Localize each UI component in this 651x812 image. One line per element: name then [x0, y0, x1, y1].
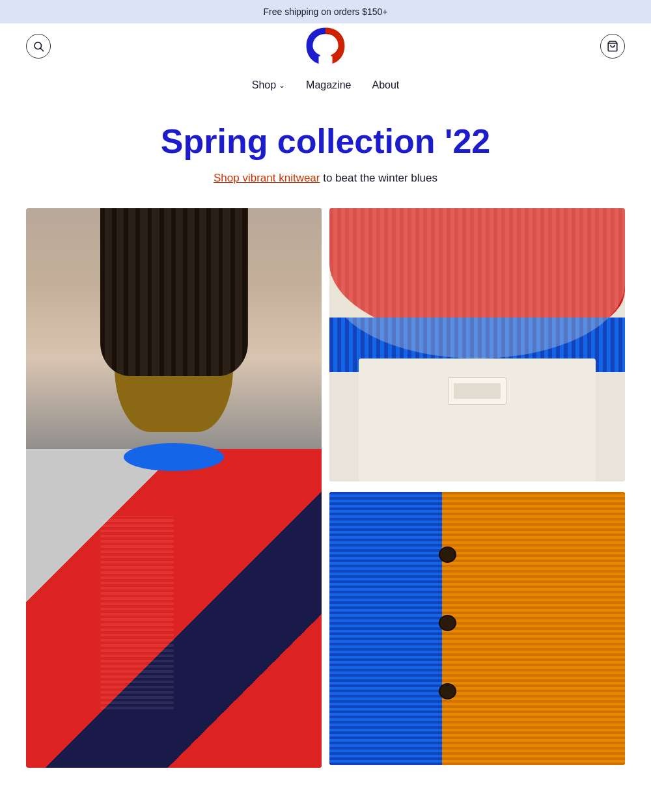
nav-item-magazine[interactable]: Magazine [297, 74, 360, 96]
logo-area[interactable] [303, 22, 348, 70]
collar-detail-image [329, 208, 625, 481]
nav-item-shop[interactable]: Shop ⌄ [243, 74, 294, 96]
hero-section: Spring collection '22 Shop vibrant knitw… [0, 107, 651, 195]
header [0, 23, 651, 69]
search-button[interactable] [26, 34, 51, 59]
svg-rect-2 [319, 57, 333, 65]
cart-button[interactable] [600, 34, 625, 59]
search-icon [33, 40, 44, 52]
main-product-image [26, 208, 322, 768]
cardigan-detail-image [329, 492, 625, 765]
hero-subtitle-text: to beat the winter blues [320, 172, 437, 184]
nav-magazine-label: Magazine [306, 79, 351, 91]
collar-image [329, 208, 625, 481]
nav-about-label: About [372, 79, 399, 91]
header-left [26, 34, 51, 59]
nav-item-about[interactable]: About [363, 74, 408, 96]
main-nav: Shop ⌄ Magazine About [0, 69, 651, 107]
svg-line-1 [40, 48, 43, 51]
header-right [600, 34, 625, 59]
image-grid [0, 195, 651, 768]
announcement-bar: Free shipping on orders $150+ [0, 0, 651, 23]
nav-shop-label: Shop [252, 79, 276, 91]
hero-title: Spring collection '22 [26, 122, 625, 161]
cart-icon [607, 40, 618, 52]
hero-subtitle: Shop vibrant knitwear to beat the winter… [26, 172, 625, 185]
announcement-text: Free shipping on orders $150+ [263, 7, 387, 17]
hero-link[interactable]: Shop vibrant knitwear [214, 172, 320, 184]
chevron-down-icon: ⌄ [279, 81, 285, 90]
cardigan-image [329, 492, 625, 765]
brand-logo [303, 22, 348, 68]
model-image [26, 208, 322, 768]
